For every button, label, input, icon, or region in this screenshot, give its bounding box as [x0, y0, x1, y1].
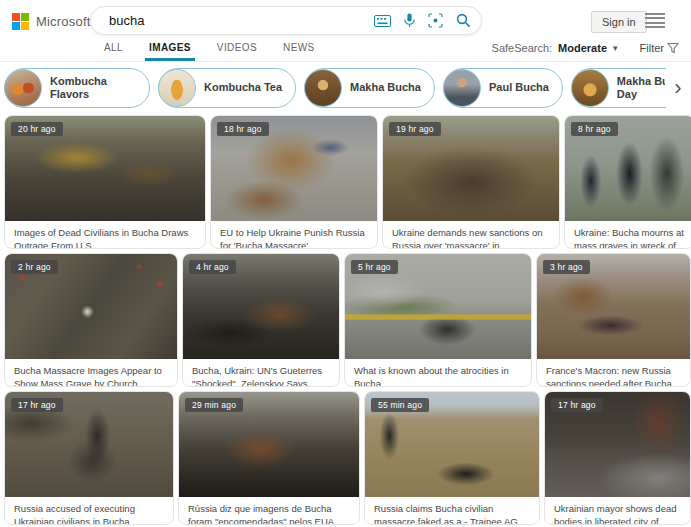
result-caption[interactable]: Russia accused of executing Ukrainian ci…: [5, 497, 173, 525]
chip-makha-bucha[interactable]: Makha Bucha: [304, 68, 435, 108]
tab-videos[interactable]: VIDEOS: [217, 42, 257, 61]
image-result-card[interactable]: 29 min ago Rússia diz que imagens de Buc…: [178, 391, 360, 525]
search-icon[interactable]: [456, 13, 471, 28]
result-thumbnail[interactable]: 55 min ago: [365, 392, 539, 497]
chip-thumbnail: [304, 69, 342, 107]
result-thumbnail[interactable]: 18 hr ago: [211, 116, 377, 221]
image-result-card[interactable]: 19 hr ago Ukraine demands new sanctions …: [382, 115, 560, 249]
safesearch-label: SafeSearch:: [492, 42, 553, 54]
result-caption[interactable]: What is known about the atrocities in Bu…: [345, 359, 531, 387]
chips-next-button[interactable]: ›: [665, 70, 691, 106]
chip-thumbnail: [571, 69, 609, 107]
image-result-card[interactable]: 2 hr ago Bucha Massacre Images Appear to…: [4, 253, 178, 387]
chevron-down-icon: ▾: [613, 43, 618, 53]
hamburger-menu-icon[interactable]: [645, 13, 665, 28]
image-result-card[interactable]: 18 hr ago EU to Help Ukraine Punish Russ…: [210, 115, 378, 249]
keyboard-icon[interactable]: [374, 15, 391, 27]
chip-kombucha-tea[interactable]: Kombucha Tea: [158, 68, 296, 108]
search-box[interactable]: [90, 6, 482, 35]
image-age-badge: 18 hr ago: [217, 122, 269, 136]
visual-search-icon[interactable]: [428, 13, 443, 28]
image-result-card[interactable]: 17 hr ago Ukrainian mayor shows dead bod…: [544, 391, 691, 525]
header-divider: [0, 61, 691, 62]
sign-in-button[interactable]: Sign in: [591, 11, 647, 33]
result-caption[interactable]: Ukraine: Bucha mourns at mass graves in …: [565, 221, 691, 249]
chip-thumbnail: [443, 69, 481, 107]
result-caption[interactable]: France's Macron: new Russia sanctions ne…: [537, 359, 690, 387]
chip-thumbnail: [158, 69, 196, 107]
image-age-badge: 3 hr ago: [543, 260, 590, 274]
image-age-badge: 8 hr ago: [571, 122, 618, 136]
result-caption[interactable]: Ukrainian mayor shows dead bodies in lib…: [545, 497, 690, 525]
image-age-badge: 55 min ago: [371, 398, 429, 412]
result-caption[interactable]: Bucha Massacre Images Appear to Show Mas…: [5, 359, 177, 387]
image-age-badge: 29 min ago: [185, 398, 243, 412]
tab-news[interactable]: NEWS: [283, 42, 315, 61]
image-age-badge: 5 hr ago: [351, 260, 398, 274]
result-thumbnail[interactable]: 20 hr ago: [5, 116, 205, 221]
search-tabs: ALL IMAGES VIDEOS NEWS: [104, 42, 315, 61]
filter-funnel-icon: [667, 42, 679, 54]
result-thumbnail[interactable]: 8 hr ago: [565, 116, 691, 221]
result-thumbnail[interactable]: 19 hr ago: [383, 116, 559, 221]
image-age-badge: 20 hr ago: [11, 122, 63, 136]
chip-paul-bucha[interactable]: Paul Bucha: [443, 68, 563, 108]
result-thumbnail[interactable]: 4 hr ago: [183, 254, 339, 359]
microsoft-logo-icon: [12, 13, 29, 30]
image-age-badge: 17 hr ago: [11, 398, 63, 412]
chip-thumbnail: [4, 69, 42, 107]
search-input[interactable]: [107, 12, 366, 29]
image-age-badge: 4 hr ago: [189, 260, 236, 274]
result-thumbnail[interactable]: 3 hr ago: [537, 254, 690, 359]
image-result-card[interactable]: 55 min ago Russia claims Bucha civilian …: [364, 391, 540, 525]
result-thumbnail[interactable]: 5 hr ago: [345, 254, 531, 359]
image-result-card[interactable]: 8 hr ago Ukraine: Bucha mourns at mass g…: [564, 115, 691, 249]
image-age-badge: 19 hr ago: [389, 122, 441, 136]
result-caption[interactable]: Russia claims Bucha civilian massacre fa…: [365, 497, 539, 525]
result-caption[interactable]: Ukraine demands new sanctions on Russia …: [383, 221, 559, 249]
image-result-card[interactable]: 20 hr ago Images of Dead Civilians in Bu…: [4, 115, 206, 249]
safesearch-dropdown[interactable]: Moderate: [558, 42, 607, 54]
image-age-badge: 17 hr ago: [551, 398, 603, 412]
image-age-badge: 2 hr ago: [11, 260, 58, 274]
result-caption[interactable]: Images of Dead Civilians in Bucha Draws …: [5, 221, 205, 249]
filter-button[interactable]: Filter: [640, 42, 679, 54]
image-result-card[interactable]: 4 hr ago Bucha, Ukrain: UN's Gueterres "…: [182, 253, 340, 387]
result-thumbnail[interactable]: 29 min ago: [179, 392, 359, 497]
image-result-card[interactable]: 3 hr ago France's Macron: new Russia san…: [536, 253, 691, 387]
microphone-icon[interactable]: [404, 13, 415, 28]
result-caption[interactable]: EU to Help Ukraine Punish Russia for 'Bu…: [211, 221, 377, 249]
image-result-card[interactable]: 5 hr ago What is known about the atrocit…: [344, 253, 532, 387]
result-thumbnail[interactable]: 2 hr ago: [5, 254, 177, 359]
filter-label: Filter: [640, 42, 664, 54]
tab-images[interactable]: IMAGES: [149, 42, 191, 61]
result-thumbnail[interactable]: 17 hr ago: [545, 392, 690, 497]
bing-image-search-page: Microsoft Bing Sign in ALL IMAGES VIDEOS…: [0, 0, 691, 527]
chip-makha-bucha-day[interactable]: Makha Bucha Day: [571, 68, 666, 108]
chip-kombucha-flavors[interactable]: Kombucha Flavors: [4, 68, 150, 108]
image-result-card[interactable]: 17 hr ago Russia accused of executing Uk…: [4, 391, 174, 525]
related-searches-strip: Kombucha Flavors Kombucha Tea Makha Buch…: [4, 66, 666, 110]
tab-all[interactable]: ALL: [104, 42, 123, 61]
result-caption[interactable]: Bucha, Ukrain: UN's Gueterres "Shocked",…: [183, 359, 339, 387]
result-thumbnail[interactable]: 17 hr ago: [5, 392, 173, 497]
result-caption[interactable]: Rússia diz que imagens de Bucha foram "e…: [179, 497, 359, 525]
